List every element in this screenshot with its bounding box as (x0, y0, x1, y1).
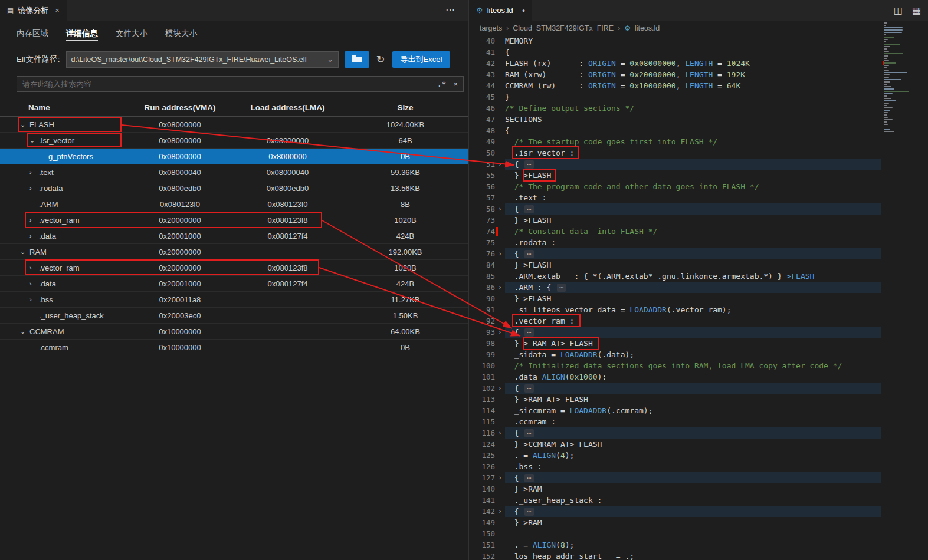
breadcrumb-item[interactable]: targets (480, 24, 502, 32)
breadcrumb-item[interactable]: Cloud_STM32F429IGTx_FIRE (513, 24, 614, 32)
code-line[interactable]: 42FLASH (rx) : ORIGIN = 0x08000000, LENG… (469, 58, 881, 69)
code-line[interactable]: 115 .ccmram : (469, 416, 881, 427)
tab-memory-region[interactable]: 内存区域 (17, 28, 48, 41)
chevron-collapsed-icon[interactable]: › (29, 169, 39, 176)
code-line[interactable]: 55 } >FLASH (469, 170, 881, 181)
chevron-collapsed-icon[interactable]: › (29, 216, 39, 223)
code-line[interactable]: 76› { ⋯ (469, 248, 881, 259)
code-line[interactable]: 125 . = ALIGN(4); (469, 450, 881, 461)
folded-region-ellipsis[interactable]: ⋯ (524, 328, 533, 337)
code-line[interactable]: 40MEMORY (469, 35, 881, 47)
code-line[interactable]: 152 los_heap_addr_start = .; (469, 551, 881, 560)
chevron-collapsed-icon[interactable]: › (29, 185, 39, 192)
code-line[interactable]: 100 /* Initialized data sections goes in… (469, 360, 881, 371)
modified-dot-icon[interactable]: ● (522, 8, 525, 14)
clear-search-icon[interactable]: × (453, 80, 458, 88)
code-area[interactable]: 40MEMORY41{42FLASH (rx) : ORIGIN = 0x080… (469, 35, 881, 560)
fold-chevron-icon[interactable]: › (495, 248, 505, 259)
code-line[interactable]: 44CCMRAM (rw) : ORIGIN = 0x10000000, LEN… (469, 80, 881, 91)
tab-module-size[interactable]: 模块大小 (165, 28, 197, 41)
code-line[interactable]: 150 (469, 528, 881, 539)
table-row[interactable]: ›.bss0x200011a811.27KB (0, 292, 468, 308)
code-line[interactable]: 74 /* Constant data into FLASH */ (469, 226, 881, 237)
code-line[interactable]: 124 } >CCMRAM AT> FLASH (469, 439, 881, 450)
folded-region-ellipsis[interactable]: ⋯ (524, 160, 533, 169)
breadcrumb-item[interactable]: liteos.ld (635, 24, 660, 32)
code-line[interactable]: 127› { ⋯ (469, 472, 881, 483)
code-line[interactable]: 49 /* The startup code goes first into F… (469, 136, 881, 147)
table-row[interactable]: .ccmram0x100000000B (0, 340, 468, 355)
chevron-down-icon[interactable]: ⌄ (327, 55, 333, 64)
table-row[interactable]: ›.text0x080000400x0800004059.36KB (0, 164, 468, 180)
code-line[interactable]: 86› .ARM : { ⋯ (469, 282, 881, 293)
tab-file-size[interactable]: 文件大小 (116, 28, 147, 41)
code-line[interactable]: 90 } >FLASH (469, 293, 881, 304)
code-line[interactable]: 75 .rodata : (469, 237, 881, 248)
chevron-expanded-icon[interactable]: ⌄ (20, 248, 29, 256)
table-row[interactable]: ›.vector_ram0x200000000x080123f81020B (0, 260, 468, 276)
table-row[interactable]: ⌄CCMRAM0x1000000064.00KB (0, 324, 468, 340)
fold-chevron-icon[interactable]: › (495, 472, 505, 483)
code-line[interactable]: 56 /* The program code and other data go… (469, 181, 881, 192)
code-line[interactable]: 45} (469, 91, 881, 103)
table-row[interactable]: ›.rodata0x0800edb00x0800edb013.56KB (0, 180, 468, 196)
chevron-expanded-icon[interactable]: ⌄ (20, 328, 29, 335)
code-line[interactable]: 126 .bss : (469, 461, 881, 472)
tab-liteos-ld[interactable]: ⚙ liteos.ld ● (469, 0, 532, 21)
chevron-collapsed-icon[interactable]: › (29, 296, 39, 303)
split-editor-icon[interactable]: ◫ (894, 5, 903, 16)
code-line[interactable]: 91 _si_liteos_vector_data = LOADADDR(.ve… (469, 304, 881, 315)
code-line[interactable]: 41{ (469, 47, 881, 58)
code-line[interactable]: 48{ (469, 125, 881, 136)
tab-detail-info[interactable]: 详细信息 (66, 28, 98, 41)
code-line[interactable]: 98 } > RAM AT> FLASH (469, 338, 881, 349)
code-line[interactable]: 102› { ⋯ (469, 383, 881, 394)
code-line[interactable]: 43RAM (xrw) : ORIGIN = 0x20000000, LENGT… (469, 69, 881, 80)
panel-divider[interactable] (468, 0, 469, 560)
table-row[interactable]: .ARM0x080123f00x080123f08B (0, 196, 468, 212)
code-line[interactable]: 142› { ⋯ (469, 506, 881, 517)
code-line[interactable]: 50 .isr_vector : (469, 147, 881, 159)
folded-region-ellipsis[interactable]: ⋯ (524, 508, 533, 516)
table-row[interactable]: ⌄RAM0x20000000192.00KB (0, 244, 468, 260)
code-line[interactable]: 140 } >RAM (469, 483, 881, 495)
code-line[interactable]: 57 .text : (469, 192, 881, 203)
code-line[interactable]: 85 .ARM.extab : { *(.ARM.extab* .gnu.lin… (469, 271, 881, 282)
chevron-collapsed-icon[interactable]: › (29, 280, 39, 287)
chevron-expanded-icon[interactable]: ⌄ (29, 137, 39, 144)
export-excel-button[interactable]: 导出到Excel (392, 51, 451, 68)
folded-region-ellipsis[interactable]: ⋯ (524, 384, 533, 393)
code-line[interactable]: 84 } >FLASH (469, 259, 881, 271)
table-row[interactable]: ›.data0x200010000x080127f4424B (0, 276, 468, 292)
folded-region-ellipsis[interactable]: ⋯ (524, 474, 533, 482)
table-row[interactable]: ._user_heap_stack0x20003ec01.50KB (0, 308, 468, 324)
code-line[interactable]: 101 .data ALIGN(0x1000): (469, 371, 881, 383)
code-line[interactable]: 113 } >RAM AT> FLASH (469, 394, 881, 405)
folded-region-ellipsis[interactable]: ⋯ (524, 205, 533, 213)
code-line[interactable]: 58› { ⋯ (469, 203, 881, 215)
folded-region-ellipsis[interactable]: ⋯ (557, 284, 566, 292)
code-line[interactable]: 141 ._user_heap_stack : (469, 495, 881, 506)
table-row[interactable]: ⌄.isr_vector0x080000000x0800000064B (0, 133, 468, 149)
table-row[interactable]: ›.data0x200010000x080127f4424B (0, 228, 468, 244)
fold-chevron-icon[interactable]: › (495, 282, 505, 293)
code-line[interactable]: 151 . = ALIGN(8); (469, 539, 881, 551)
table-row[interactable]: ⌄FLASH0x080000001024.00KB (0, 117, 468, 133)
more-actions-icon[interactable]: ⋯ (445, 4, 455, 15)
table-row[interactable]: g_pfnVectors0x080000000x80000000B (0, 149, 468, 164)
folded-region-ellipsis[interactable]: ⋯ (524, 250, 533, 258)
chevron-collapsed-icon[interactable]: › (29, 264, 39, 271)
code-line[interactable]: 73 } >FLASH (469, 215, 881, 226)
fold-chevron-icon[interactable]: › (495, 327, 505, 338)
code-line[interactable]: 47SECTIONS (469, 114, 881, 125)
fold-chevron-icon[interactable]: › (495, 203, 505, 215)
refresh-icon[interactable]: ↻ (376, 53, 385, 66)
code-line[interactable]: 149 } >RAM (469, 517, 881, 528)
code-line[interactable]: 116› { ⋯ (469, 427, 881, 439)
close-icon[interactable]: × (55, 6, 60, 15)
elf-path-input[interactable]: d:\LiteOS_master\out\Cloud_STM32F429IGTx… (66, 51, 339, 68)
code-line[interactable]: 46/* Define output sections */ (469, 103, 881, 114)
search-input[interactable]: 请在此输入搜索内容 .* × (17, 76, 464, 92)
tab-image-analysis[interactable]: ▤ 镜像分析 × (0, 0, 67, 21)
code-line[interactable]: 93› { ⋯ (469, 327, 881, 338)
